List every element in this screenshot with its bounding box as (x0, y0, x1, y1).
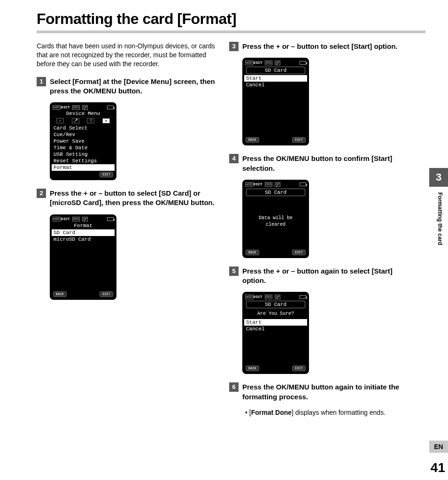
language-tag: EN (429, 441, 448, 453)
status-dss: DSS (265, 61, 273, 65)
menu-item: Card Select (52, 125, 115, 131)
lcd-softkeys: BACKEXIT (244, 365, 307, 372)
step-6-text: Press the OK/MENU button again to initia… (242, 382, 417, 402)
battery-icon (107, 106, 114, 109)
lcd-message: Data will be cleared (244, 197, 307, 246)
chapter-side-label: Formatting the card (437, 192, 443, 245)
menu-item: Reset Settings (52, 158, 115, 164)
status-sd-icon: mSD (245, 182, 253, 187)
menu-item: Cue/Rev (52, 131, 115, 138)
content-area: Cards that have been used in non-Olympus… (0, 33, 448, 417)
lcd-screen-device-menu: mSDDICT DSS QP Device Menu ▭ 🎤 ☰ ⚒ Card … (50, 102, 116, 180)
step-1-text: Select [Format] at the [Device Menu] scr… (50, 77, 224, 96)
t: Select [ (50, 77, 75, 85)
softkey-exit: EXIT (292, 250, 306, 255)
lcd-body: SD Card microSD Card (52, 229, 115, 290)
status-qp: QP (275, 295, 280, 299)
step-3-text: Press the + or – button to select [Start… (242, 42, 417, 51)
menu-item: microSD Card (52, 236, 115, 243)
lcd-screen-sdcard-start: mSDDICT DSS QP SD Card Start Cancel BACK… (242, 58, 309, 145)
lcd-status-bar: mSDDICT DSS QP (52, 104, 115, 110)
lcd-softkeys: BACKEXIT (244, 136, 307, 144)
left-column: Cards that have been used in non-Olympus… (37, 42, 224, 417)
step-number-badge: 1 (37, 77, 46, 86)
t: Device Menu (126, 77, 170, 85)
t: button. (189, 198, 215, 206)
lcd-softkeys: BACKEXIT (52, 171, 115, 178)
lcd-body: Start Cancel (244, 75, 307, 136)
t: ] displays when formatting ends. (292, 409, 386, 416)
intro-text: Cards that have been used in non-Olympus… (37, 42, 224, 69)
lcd-screen-format: mSDDICT DSS QP Format SD Card microSD Ca… (50, 214, 116, 300)
status-sd-icon: mSD (53, 217, 61, 221)
t: ] option. (370, 42, 397, 50)
menu-item: Cancel (244, 326, 307, 332)
softkey-exit: EXIT (100, 172, 113, 177)
step-2-text: Press the + or – button to select [SD Ca… (50, 189, 224, 208)
t: button. (116, 87, 142, 95)
t: Start (374, 267, 390, 275)
t: Press the + or – button again to select … (242, 267, 374, 275)
status-dss: DSS (265, 182, 273, 187)
step-6: 6 Press the OK/MENU button again to init… (229, 382, 417, 402)
step-number-badge: 4 (229, 154, 239, 163)
status-dss: DSS (265, 295, 273, 299)
status-dss: DSS (72, 105, 80, 110)
msg-line: cleared (266, 222, 286, 227)
softkey-back: BACK (53, 291, 67, 297)
step-number-badge: 6 (229, 382, 239, 392)
t: Format (75, 77, 99, 85)
chapter-tab: 3 (429, 168, 448, 187)
lcd-softkeys: BACKEXIT (52, 290, 115, 298)
step-3: 3 Press the + or – button to select [Sta… (229, 42, 417, 51)
tab-icon: ☰ (87, 118, 94, 123)
lcd-question: Are You Sure? (244, 309, 307, 319)
t: microSD Card (52, 198, 99, 206)
softkey-back: BACK (246, 366, 259, 371)
lcd-title: SD Card (246, 189, 305, 196)
step-5: 5 Press the + or – button again to selec… (229, 267, 417, 286)
softkey-back: BACK (246, 250, 259, 255)
menu-item-selected: Start (244, 75, 307, 82)
step-6-bullet: [Format Done] displays when formatting e… (229, 408, 417, 417)
menu-item: Power Save (52, 138, 115, 145)
t: OK/MENU (276, 383, 309, 391)
t: button to confirm [ (309, 154, 374, 162)
step-5-text: Press the + or – button again to select … (242, 267, 417, 286)
lcd-body: Card Select Cue/Rev Power Save Time & Da… (52, 125, 115, 171)
step-number-badge: 5 (229, 267, 239, 276)
step-number-badge: 2 (37, 189, 46, 198)
tab-icon: 🎤 (72, 118, 79, 123)
lcd-tabs: ▭ 🎤 ☰ ⚒ (52, 117, 115, 125)
lcd-screen-are-you-sure: mSDDICT DSS QP SD Card Are You Sure? Sta… (242, 292, 309, 374)
lcd-softkeys: BACKEXIT (244, 249, 307, 256)
menu-item: USB Setting (52, 151, 115, 158)
t: ], then press the (99, 198, 155, 206)
step-2: 2 Press the + or – button to select [SD … (37, 189, 224, 208)
status-dict: DICT (254, 61, 263, 65)
softkey-exit: EXIT (100, 291, 113, 297)
softkey-exit: EXIT (292, 366, 306, 371)
battery-icon (300, 295, 306, 299)
menu-item-selected: Start (244, 319, 307, 326)
t: ] at the [ (99, 77, 126, 85)
status-qp: QP (275, 61, 280, 65)
status-qp: QP (82, 217, 88, 221)
battery-icon (300, 61, 306, 65)
status-dict: DICT (61, 217, 70, 221)
t: Press the (242, 154, 276, 162)
lcd-title: SD Card (246, 67, 305, 74)
menu-item: Cancel (244, 82, 307, 88)
status-qp: QP (82, 105, 88, 110)
lcd-body: Data will be cleared (244, 197, 307, 249)
lcd-title: Format (52, 222, 115, 229)
lcd-title: Device Menu (52, 110, 115, 117)
lcd-status-bar: mSDDICT DSS QP (244, 182, 307, 188)
t: Start (354, 42, 370, 50)
status-sd-icon: mSD (53, 105, 61, 110)
status-dict: DICT (61, 105, 70, 109)
menu-item-selected: SD Card (52, 229, 115, 236)
lcd-body: Are You Sure? Start Cancel (244, 309, 307, 365)
status-dict: DICT (254, 295, 263, 299)
status-sd-icon: mSD (245, 295, 253, 299)
